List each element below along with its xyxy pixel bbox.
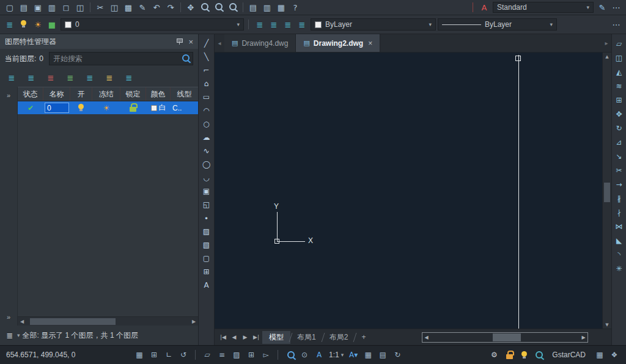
zoom-previous-button[interactable] bbox=[226, 1, 240, 13]
erase-tool[interactable]: ▱ bbox=[613, 38, 625, 49]
column-header[interactable]: 锁定 bbox=[120, 87, 146, 101]
osnap-toggle[interactable] bbox=[284, 349, 295, 360]
quick-properties-toggle[interactable]: ⊞ bbox=[246, 349, 257, 360]
column-header[interactable]: 名称 bbox=[43, 87, 70, 101]
tab-drawing2[interactable]: ▤ Drawing2.dwg × bbox=[296, 34, 380, 52]
annotation-visibility-toggle[interactable]: A bbox=[314, 349, 325, 360]
delete-layer-button[interactable]: ≣ bbox=[44, 71, 57, 84]
ellipse-arc-tool[interactable]: ◡ bbox=[200, 172, 213, 183]
scroll-right-icon[interactable]: ▶ bbox=[190, 319, 198, 324]
clean-screen-button[interactable]: ❖ bbox=[609, 349, 620, 360]
chevron-down-icon[interactable]: ▾ bbox=[341, 352, 344, 358]
scroll-left-icon[interactable]: ◀ bbox=[422, 335, 430, 340]
revision-cloud-tool[interactable]: ☁ bbox=[200, 131, 213, 143]
graphics-toggle[interactable]: ▤ bbox=[377, 349, 388, 360]
units-toggle[interactable]: ↻ bbox=[392, 349, 403, 360]
layer-lock-button[interactable]: ■ bbox=[45, 18, 59, 31]
copy-button[interactable]: ◫ bbox=[108, 1, 121, 13]
undo-button[interactable]: ↶ bbox=[150, 1, 163, 13]
lineweight-toggle[interactable]: ≡ bbox=[216, 349, 227, 360]
layer-unlock-icon[interactable] bbox=[127, 102, 140, 114]
circle-tool[interactable]: ○ bbox=[200, 118, 213, 129]
touch-mode-button[interactable]: ▦ bbox=[594, 349, 605, 360]
layer-filter-icon[interactable]: ≣ bbox=[5, 329, 15, 341]
chevron-down-icon[interactable]: ▾ bbox=[550, 21, 553, 27]
panel-horizontal-scrollbar[interactable]: ◀ ▶ bbox=[18, 316, 198, 326]
plot-preview-button[interactable]: ◻ bbox=[59, 1, 73, 13]
vertical-scrollbar[interactable]: ▲ ▼ bbox=[602, 53, 611, 329]
layer-thaw-icon[interactable]: ☀ bbox=[103, 104, 110, 112]
open-file-button[interactable]: ▤ bbox=[17, 1, 31, 13]
otrack-toggle[interactable]: ⊙ bbox=[299, 349, 310, 360]
new-frozen-layer-button[interactable]: ≣ bbox=[24, 71, 38, 84]
chevron-down-icon[interactable]: ▾ bbox=[586, 4, 589, 10]
region-tool[interactable]: ▢ bbox=[200, 252, 213, 264]
polyline-tool[interactable]: ⌐ bbox=[200, 64, 213, 76]
scroll-left-icon[interactable]: ◀ bbox=[18, 319, 26, 324]
polygon-tool[interactable]: ⌂ bbox=[200, 78, 213, 89]
tab-layout1[interactable]: 布局1 bbox=[290, 331, 323, 344]
create-block-tool[interactable]: ◱ bbox=[200, 198, 213, 210]
tab-drawing4[interactable]: ▤ Drawing4.dwg bbox=[224, 34, 296, 52]
chevron-down-icon[interactable]: ▾ bbox=[17, 332, 20, 338]
plot-button[interactable]: ▥ bbox=[45, 1, 59, 13]
transparency-toggle[interactable]: ▨ bbox=[231, 349, 242, 360]
layer-states-manager-button[interactable]: ≣ bbox=[83, 71, 97, 84]
magnifier-button[interactable] bbox=[532, 349, 543, 360]
column-header[interactable]: 线型 bbox=[171, 87, 198, 101]
layer-match-button[interactable]: ≣ bbox=[103, 71, 116, 84]
close-panel-button[interactable]: × bbox=[188, 37, 193, 46]
explode-tool[interactable]: ✳ bbox=[613, 263, 625, 274]
layer-color-swatch[interactable] bbox=[151, 105, 157, 111]
layer-off-button[interactable] bbox=[17, 18, 31, 31]
copy-tool[interactable]: ◫ bbox=[613, 52, 625, 64]
point-tool[interactable]: ∙ bbox=[200, 212, 213, 224]
set-current-layer-button[interactable]: ≣ bbox=[64, 71, 77, 84]
last-layout-button[interactable]: ▶| bbox=[251, 332, 261, 342]
column-header[interactable]: 状态 bbox=[18, 87, 43, 101]
settings-button[interactable]: ⚙ bbox=[488, 349, 499, 360]
mirror-tool[interactable]: ◭ bbox=[613, 66, 625, 78]
toolbar-options-button[interactable]: ⋯ bbox=[609, 1, 623, 13]
layer-states-button[interactable]: ≣ bbox=[267, 18, 281, 31]
drawing-canvas[interactable]: Y X ▲ ▼ bbox=[215, 53, 611, 329]
layer-search-input[interactable] bbox=[49, 52, 193, 65]
column-header[interactable]: 颜色 bbox=[146, 87, 171, 101]
ortho-toggle[interactable]: ∟ bbox=[163, 349, 174, 360]
fillet-tool[interactable]: ◝ bbox=[613, 249, 625, 260]
annotation-scale-select[interactable]: 1:1 ▾ bbox=[329, 351, 344, 359]
publish-button[interactable]: ◫ bbox=[73, 1, 87, 13]
layer-name-field[interactable]: 0 bbox=[45, 103, 69, 113]
sheet-set-manager-button[interactable]: ▤ bbox=[246, 1, 260, 13]
trim-tool[interactable]: ✂ bbox=[613, 164, 625, 176]
mtext-tool[interactable]: A bbox=[200, 279, 213, 291]
scroll-down-icon[interactable]: ▼ bbox=[605, 321, 608, 329]
column-header[interactable]: 开 bbox=[70, 87, 92, 101]
break-at-point-tool[interactable]: ∦ bbox=[613, 192, 625, 204]
polar-toggle[interactable]: ↺ bbox=[178, 349, 189, 360]
linetype-select[interactable]: ByLayer ▾ bbox=[438, 18, 557, 31]
new-layer-button[interactable]: ≣ bbox=[5, 71, 18, 84]
selection-cycling-toggle[interactable]: ▻ bbox=[260, 349, 271, 360]
zoom-realtime-button[interactable] bbox=[198, 1, 212, 13]
layer-previous-button[interactable]: ≣ bbox=[253, 18, 267, 31]
offset-tool[interactable]: ≋ bbox=[613, 80, 625, 92]
tab-scroll-right[interactable]: ▸ bbox=[602, 34, 611, 52]
scroll-up-icon[interactable]: ▲ bbox=[605, 53, 608, 60]
layer-select[interactable]: 0 ▾ bbox=[61, 18, 244, 31]
scrollbar-thumb[interactable] bbox=[493, 333, 521, 341]
layer-merge-button[interactable]: ≣ bbox=[122, 71, 136, 84]
construction-line-tool[interactable]: ╲ bbox=[200, 51, 213, 62]
extend-tool[interactable]: → bbox=[613, 178, 625, 190]
line-grip[interactable] bbox=[515, 56, 521, 61]
gradient-tool[interactable]: ▧ bbox=[200, 239, 213, 250]
help-button[interactable]: ? bbox=[289, 1, 302, 13]
redo-button[interactable]: ↷ bbox=[164, 1, 177, 13]
style-pencil-button[interactable]: ✎ bbox=[595, 1, 609, 13]
layer-properties-manager-button[interactable]: ≣ bbox=[3, 18, 17, 31]
first-layout-button[interactable]: |◀ bbox=[218, 332, 228, 342]
layer-linetype[interactable]: C.. bbox=[172, 104, 182, 112]
scrollbar-track[interactable] bbox=[430, 333, 580, 342]
pin-icon[interactable] bbox=[176, 38, 182, 45]
tab-layout2[interactable]: 布局2 bbox=[323, 331, 355, 344]
